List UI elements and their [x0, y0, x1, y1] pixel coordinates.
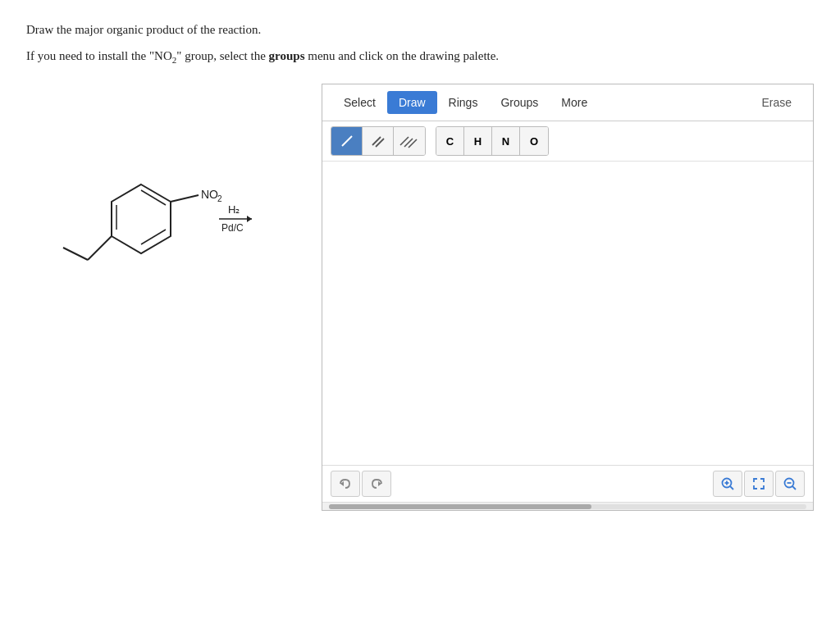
more-button[interactable]: More [550, 91, 599, 114]
scrollbar-thumb[interactable] [329, 504, 591, 509]
zoom-in-icon [720, 476, 735, 491]
zoom-out-button[interactable] [775, 471, 805, 497]
toolbar: Select Draw Rings Groups More Erase [322, 84, 813, 121]
double-bond-icon [369, 134, 387, 148]
svg-marker-0 [112, 184, 171, 253]
instruction-line1: Draw the major organic product of the re… [26, 20, 814, 41]
molecule-area: NO 2 H₂ Pd/C [26, 84, 297, 297]
select-button[interactable]: Select [332, 91, 387, 114]
chemdraw-panel: Select Draw Rings Groups More Erase [322, 84, 814, 511]
molecule-svg: NO 2 H₂ Pd/C [43, 133, 272, 297]
oxygen-button[interactable]: O [520, 127, 548, 155]
main-layout: NO 2 H₂ Pd/C Select Draw Rings Groups Mo… [26, 84, 814, 511]
single-bond-button[interactable] [331, 127, 363, 155]
groups-button[interactable]: Groups [489, 91, 550, 114]
nitrogen-button[interactable]: N [492, 127, 520, 155]
svg-line-4 [88, 236, 112, 260]
bottom-left-controls [331, 471, 391, 497]
bottom-bar [322, 465, 813, 502]
svg-text:H₂: H₂ [228, 203, 240, 216]
line2-bold: groups [269, 49, 305, 62]
instructions-block: Draw the major organic product of the re… [26, 20, 814, 67]
svg-line-2 [141, 230, 166, 244]
undo-icon [338, 476, 353, 491]
erase-button[interactable]: Erase [750, 91, 803, 114]
svg-line-26 [792, 486, 796, 489]
hydrogen-button[interactable]: H [464, 127, 492, 155]
bond-row: C H N O [322, 121, 813, 162]
triple-bond-icon [399, 134, 420, 148]
instruction-line2: If you need to install the "NO2" group, … [26, 46, 814, 68]
triple-bond-button[interactable] [394, 127, 425, 155]
fit-icon [751, 476, 766, 491]
undo-button[interactable] [331, 471, 360, 497]
svg-line-5 [63, 248, 88, 260]
atom-group: C H N O [436, 126, 549, 156]
scroll-area[interactable] [322, 502, 813, 510]
scrollbar-track[interactable] [329, 504, 806, 509]
svg-line-22 [730, 486, 733, 489]
carbon-button[interactable]: C [436, 127, 464, 155]
zoom-in-button[interactable] [713, 471, 742, 497]
redo-button[interactable] [362, 471, 391, 497]
canvas-area[interactable] [322, 162, 813, 465]
redo-icon [369, 476, 384, 491]
bottom-right-controls [713, 471, 805, 497]
draw-button[interactable]: Draw [387, 91, 437, 114]
svg-text:Pd/C: Pd/C [221, 222, 244, 234]
zoom-out-icon [783, 476, 797, 491]
bond-group [331, 126, 426, 156]
svg-text:NO: NO [201, 188, 218, 201]
svg-text:2: 2 [217, 194, 222, 203]
fit-button[interactable] [744, 471, 774, 497]
svg-line-13 [342, 136, 352, 146]
rings-button[interactable]: Rings [437, 91, 490, 114]
svg-line-6 [171, 195, 199, 202]
line2-prefix: If you need to install the "NO2" group, … [26, 49, 269, 62]
line2-end: menu and click on the drawing palette. [305, 49, 500, 62]
double-bond-button[interactable] [363, 127, 394, 155]
single-bond-icon [340, 134, 354, 148]
svg-marker-10 [247, 216, 252, 222]
